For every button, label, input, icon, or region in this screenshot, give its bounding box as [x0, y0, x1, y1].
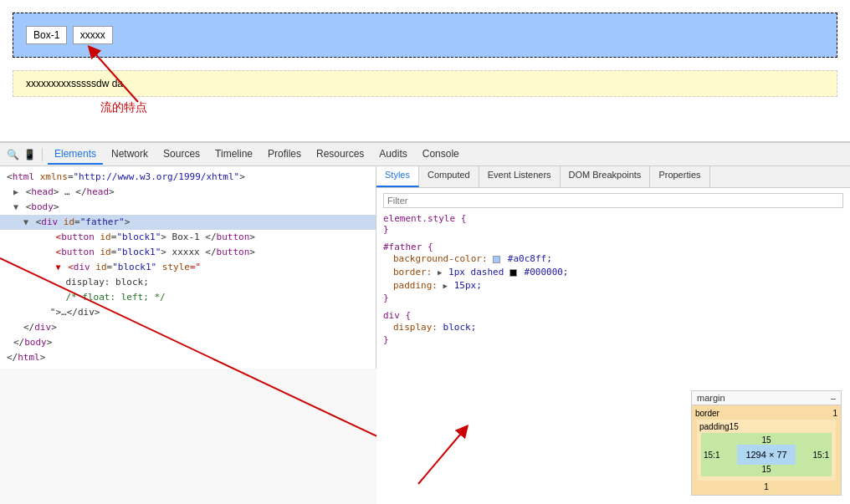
tab-network[interactable]: Network: [105, 145, 155, 165]
dom-line-button2[interactable]: <button id="block1"> xxxxx </button>: [0, 245, 376, 260]
annotation-label: 流的特点: [100, 100, 147, 114]
styles-tab-event-listeners[interactable]: Event Listeners: [479, 166, 561, 187]
css-block-div: div { display: block; }: [383, 310, 843, 345]
dom-line-button1[interactable]: <button id="block1"> Box-1 </button>: [0, 230, 376, 245]
padding-label: padding15: [699, 422, 739, 431]
devtools-panel: 🔍 📱 Elements Network Sources Timeline Pr…: [0, 142, 850, 504]
dom-panel[interactable]: <html xmlns="http://www.w3.org/1999/xhtm…: [0, 166, 376, 369]
filter-input[interactable]: [383, 193, 843, 208]
padding-top-val: 15: [761, 435, 771, 445]
box-model-panel: margin – border 1 padding15: [691, 390, 842, 496]
styles-tab-styles[interactable]: Styles: [376, 166, 419, 187]
css-block-father: #father { background-color: #a0c8ff; bor…: [383, 242, 843, 303]
dom-line-body[interactable]: ▼ <body>: [0, 200, 376, 215]
box1-button[interactable]: Box-1: [26, 26, 67, 44]
margin-bottom-val: 1: [764, 482, 769, 491]
search-icon[interactable]: 🔍: [5, 147, 20, 162]
box-model-dash: –: [831, 393, 836, 403]
tab-elements[interactable]: Elements: [48, 145, 103, 165]
styles-tab-computed[interactable]: Computed: [419, 166, 479, 187]
padding-right-val: 15:1: [813, 451, 829, 460]
dom-line-head[interactable]: ▶ <head> … </head>: [0, 185, 376, 200]
yellow-text: xxxxxxxxxsssssdw da: [26, 78, 123, 89]
dom-line-closediv[interactable]: ">…</div>: [0, 305, 376, 320]
tab-timeline[interactable]: Timeline: [208, 145, 259, 165]
preview-area: Box-1 xxxxx xxxxxxxxxsssssdw da 流的特点: [0, 0, 850, 142]
dom-line-close-father[interactable]: </div>: [0, 320, 376, 335]
devtools-toolbar: 🔍 📱 Elements Network Sources Timeline Pr…: [0, 143, 850, 166]
padding-left-val: 15:1: [704, 451, 719, 460]
styles-tab-dom-breakpoints[interactable]: DOM Breakpoints: [561, 166, 651, 187]
tab-audits[interactable]: Audits: [372, 145, 413, 165]
content-size: 1294 × 77: [745, 450, 786, 460]
box-model-header: margin –: [692, 391, 841, 405]
xxxxx-button[interactable]: xxxxx: [73, 26, 113, 44]
yellow-text-box: xxxxxxxxxsssssdw da: [13, 70, 837, 97]
styles-tab-properties[interactable]: Properties: [650, 166, 709, 187]
dom-line-father[interactable]: ▼ <div id="father">: [0, 215, 376, 230]
styles-tabs: Styles Computed Event Listeners DOM Brea…: [376, 166, 850, 188]
tab-sources[interactable]: Sources: [156, 145, 207, 165]
device-icon[interactable]: 📱: [22, 147, 37, 162]
dom-line-float: /* float: left; */: [0, 290, 376, 305]
tab-console[interactable]: Console: [416, 145, 466, 165]
border-color-swatch: [509, 269, 517, 277]
border-area: padding15 15 15:1 1294 × 77: [697, 420, 836, 481]
dom-line-close-body[interactable]: </body>: [0, 335, 376, 350]
dom-line-html[interactable]: <html xmlns="http://www.w3.org/1999/xhtm…: [0, 170, 376, 185]
father-div: Box-1 xxxxx: [13, 13, 837, 58]
content-area: 1294 × 77: [737, 445, 796, 465]
margin-label: margin: [697, 393, 725, 403]
dom-line-display: display: block;: [0, 275, 376, 290]
tab-profiles[interactable]: Profiles: [261, 145, 308, 165]
padding-area: 15 15:1 1294 × 77 15:1 15: [701, 433, 832, 476]
styles-panel: Styles Computed Event Listeners DOM Brea…: [376, 166, 850, 504]
tab-resources[interactable]: Resources: [310, 145, 371, 165]
margin-area: border 1 padding15 15: [692, 405, 841, 495]
annotation-text: 流的特点: [100, 100, 147, 115]
toolbar-separator: [42, 148, 43, 161]
css-block-element-style: element.style { }: [383, 213, 843, 235]
border-val: 1: [832, 409, 837, 418]
padding-bottom-val: 15: [761, 465, 771, 474]
bg-color-swatch: [493, 256, 500, 263]
border-label: border: [695, 409, 719, 418]
dom-line-div-block1[interactable]: ▼ <div id="block1" style=": [0, 260, 376, 275]
dom-panel-wrapper: <html xmlns="http://www.w3.org/1999/xhtm…: [0, 166, 376, 504]
devtools-main: <html xmlns="http://www.w3.org/1999/xhtm…: [0, 166, 850, 504]
dom-line-close-html[interactable]: </html>: [0, 350, 376, 365]
